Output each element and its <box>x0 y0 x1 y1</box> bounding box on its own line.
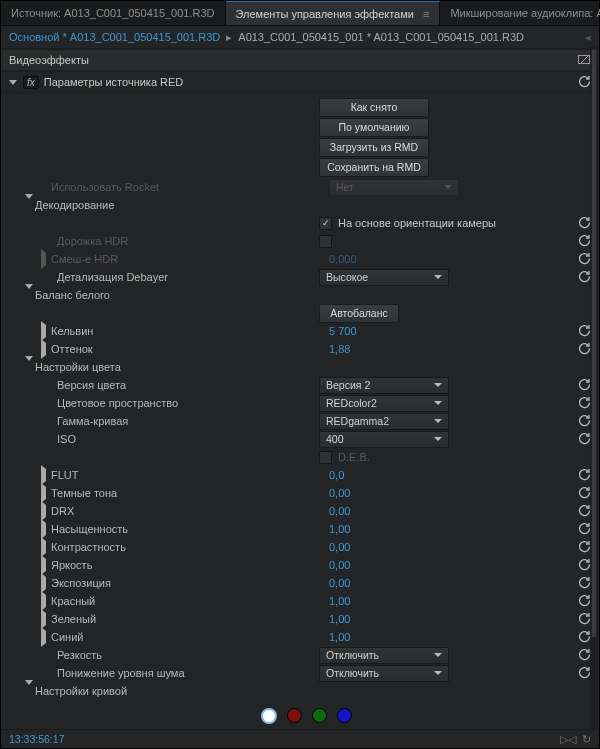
reset-button[interactable] <box>577 630 591 644</box>
disclosure-right-icon[interactable] <box>41 555 46 575</box>
saturation-value[interactable]: 1,00 <box>329 523 350 535</box>
disclosure-down-icon[interactable] <box>25 284 33 301</box>
row-decoding[interactable]: Декодирование <box>1 196 599 214</box>
disclosure-right-icon[interactable] <box>41 465 46 485</box>
reset-button[interactable] <box>577 378 591 392</box>
load-rmd-button[interactable]: Загрузить из RMD <box>319 138 429 157</box>
reset-button[interactable] <box>577 540 591 554</box>
disclosure-right-icon[interactable] <box>41 627 46 647</box>
kelvin-label: Кельвин <box>51 325 329 337</box>
reset-button[interactable] <box>577 486 591 500</box>
as-shot-button[interactable]: Как снято <box>319 98 429 117</box>
curve-channel-white[interactable] <box>261 708 277 724</box>
status-playhead-icon[interactable]: ▷◁ <box>560 730 576 748</box>
contrast-value[interactable]: 0,00 <box>329 541 350 553</box>
save-rmd-button[interactable]: Сохранить на RMD <box>319 158 429 177</box>
disclosure-right-icon[interactable] <box>41 339 46 359</box>
row-sharpness: Резкость Отключить <box>1 646 599 664</box>
disclosure-down-icon[interactable] <box>25 680 33 697</box>
disclosure-right-icon[interactable] <box>41 501 46 521</box>
tint-label: Оттенок <box>51 343 329 355</box>
iso-dropdown[interactable]: 400 <box>319 431 449 448</box>
red-value[interactable]: 1,00 <box>329 595 350 607</box>
color-version-dropdown[interactable]: Версия 2 <box>319 377 449 394</box>
disclosure-right-icon[interactable] <box>41 573 46 593</box>
row-exposure: Экспозиция0,00 <box>1 574 599 592</box>
denoise-label: Понижение уровня шума <box>57 667 319 679</box>
reset-button[interactable] <box>577 666 591 680</box>
row-green: Зеленый1,00 <box>1 610 599 628</box>
panel-menu-icon[interactable]: ≡ <box>423 8 429 20</box>
disclosure-right-icon[interactable] <box>41 321 46 341</box>
denoise-dropdown[interactable]: Отключить <box>319 665 449 682</box>
color-settings-label: Настройки цвета <box>35 361 329 373</box>
blue-value[interactable]: 1,00 <box>329 631 350 643</box>
reset-button[interactable] <box>577 612 591 626</box>
curve-channel-green[interactable] <box>312 708 327 723</box>
reset-button[interactable] <box>577 342 591 356</box>
brightness-value[interactable]: 0,00 <box>329 559 350 571</box>
default-button[interactable]: По умолчанию <box>319 118 429 137</box>
reset-effect-button[interactable] <box>577 75 591 89</box>
tint-value[interactable]: 1,88 <box>329 343 350 355</box>
disclosure-right-icon[interactable] <box>41 609 46 629</box>
sharpness-dropdown[interactable]: Отключить <box>319 647 449 664</box>
shadows-value[interactable]: 0,00 <box>329 487 350 499</box>
chevron-down-icon <box>434 437 442 441</box>
section-red-params[interactable]: fx Параметры источника RED <box>1 71 599 93</box>
breadcrumb-clip: A013_C001_050415_001 * A013_C001_050415_… <box>238 31 524 43</box>
curve-channel-red[interactable] <box>287 708 302 723</box>
disclosure-down-icon[interactable] <box>25 194 33 211</box>
reset-button[interactable] <box>577 522 591 536</box>
reset-button[interactable] <box>577 558 591 572</box>
status-settings-icon[interactable]: ↻ <box>582 730 591 748</box>
reset-button[interactable] <box>577 270 591 284</box>
row-white-balance[interactable]: Баланс белого <box>1 286 599 304</box>
breadcrumb-nav-icon[interactable]: ◂ <box>585 31 591 44</box>
breadcrumb-sequence[interactable]: Основной * A013_C001_050415_001.R3D <box>9 31 220 43</box>
toggle-viewer-icon[interactable] <box>577 53 591 67</box>
reset-button[interactable] <box>577 324 591 338</box>
row-deb: D.E.B. <box>1 448 599 466</box>
reset-button[interactable] <box>577 252 591 266</box>
autobalance-button[interactable]: Автобаланс <box>319 304 399 323</box>
chevron-down-icon <box>434 419 442 423</box>
kelvin-value[interactable]: 5 700 <box>329 325 357 337</box>
reset-button[interactable] <box>577 594 591 608</box>
row-color-settings[interactable]: Настройки цвета <box>1 358 599 376</box>
reset-button[interactable] <box>577 396 591 410</box>
green-value[interactable]: 1,00 <box>329 613 350 625</box>
debayer-dropdown[interactable]: Высокое <box>319 269 449 286</box>
disclosure-right-icon[interactable] <box>41 537 46 557</box>
color-space-dropdown[interactable]: REDcolor2 <box>319 395 449 412</box>
reset-button[interactable] <box>577 234 591 248</box>
reset-button[interactable] <box>577 414 591 428</box>
curve-channel-blue[interactable] <box>337 708 352 723</box>
reset-button[interactable] <box>577 576 591 590</box>
disclosure-down-icon[interactable] <box>25 356 33 373</box>
tab-audio-mixer[interactable]: Микширование аудиоклипа: A013_C001_05041… <box>440 1 600 25</box>
section-video-effects[interactable]: Видеоэффекты <box>1 49 599 71</box>
reset-button[interactable] <box>577 648 591 662</box>
gamma-curve-dropdown[interactable]: REDgamma2 <box>319 413 449 430</box>
tab-effects[interactable]: Элементы управления эффектами ≡ <box>226 1 441 25</box>
disclosure-right-icon[interactable] <box>41 519 46 539</box>
disclosure-right-icon[interactable] <box>41 249 46 269</box>
flut-value[interactable]: 0,0 <box>329 469 344 481</box>
timecode[interactable]: 13:33:56:17 <box>9 730 64 748</box>
row-curve-settings[interactable]: Настройки кривой <box>1 682 599 700</box>
reset-button[interactable] <box>577 216 591 230</box>
disclosure-right-icon[interactable] <box>41 591 46 611</box>
track-hdr-label: Дорожка HDR <box>57 235 319 247</box>
scrollbar-thumb[interactable] <box>591 49 597 638</box>
camera-orient-checkbox[interactable] <box>319 217 332 230</box>
reset-button[interactable] <box>577 432 591 446</box>
reset-button[interactable] <box>577 468 591 482</box>
reset-button[interactable] <box>577 504 591 518</box>
disclosure-down-icon[interactable] <box>9 80 17 85</box>
drx-value[interactable]: 0,00 <box>329 505 350 517</box>
scrollbar-vertical[interactable] <box>590 47 598 730</box>
disclosure-right-icon[interactable] <box>41 483 46 503</box>
exposure-value[interactable]: 0,00 <box>329 577 350 589</box>
tab-source[interactable]: Источник: A013_C001_050415_001.R3D <box>1 1 226 25</box>
